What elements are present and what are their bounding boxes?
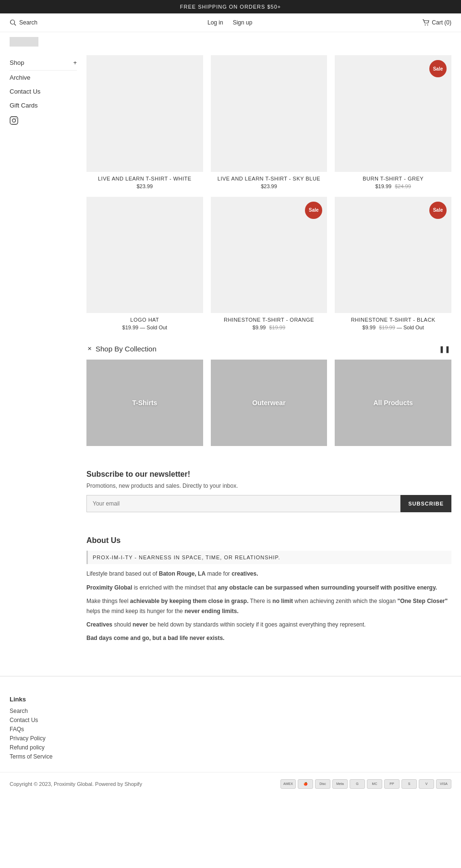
sidebar-shop-plus: + — [73, 59, 77, 66]
svg-line-1 — [14, 24, 16, 26]
search-label: Search — [19, 19, 37, 26]
cart-icon — [422, 19, 430, 26]
logo[interactable] — [10, 37, 38, 47]
collection-label: Outerwear — [252, 399, 285, 407]
collection-label: All Products — [373, 399, 412, 407]
cart-button[interactable]: Cart (0) — [422, 19, 451, 26]
product-card[interactable]: LIVE AND LEARN T-SHIRT - SKY BLUE $23.99 — [211, 55, 328, 189]
about-paragraph-1: Lifestyle brand based out of Baton Rouge… — [86, 569, 451, 579]
payment-discover: Disc — [315, 779, 330, 789]
sold-out-label: — Sold Out — [397, 325, 424, 330]
sidebar: Shop + Archive Contact Us Gift Cards — [10, 55, 86, 662]
product-card[interactable]: LOGO HAT $19.99 — Sold Out — [86, 197, 203, 331]
price-current: $9.99 — [363, 325, 376, 330]
newsletter-section: Subscribe to our newsletter! Promotions,… — [86, 460, 451, 531]
collection-card-all[interactable]: All Products — [335, 360, 451, 446]
header-nav: Log in Sign up — [207, 19, 252, 26]
about-paragraph-4: Creatives should never be held down by s… — [86, 620, 451, 629]
product-image: Sale — [335, 197, 451, 313]
product-price: $9.99 $19.99 — Sold Out — [335, 325, 451, 330]
sale-badge: Sale — [429, 202, 447, 219]
sale-badge: Sale — [305, 202, 322, 219]
search-icon — [10, 19, 16, 26]
newsletter-subtitle: Promotions, new products and sales. Dire… — [86, 482, 451, 489]
footer-link-faqs[interactable]: FAQs — [10, 726, 451, 733]
price-current: $23.99 — [137, 183, 153, 189]
footer-links-section: Links Search Contact Us FAQs Privacy Pol… — [0, 686, 461, 772]
price-current: $23.99 — [261, 183, 277, 189]
main-layout: Shop + Archive Contact Us Gift Cards LIV… — [0, 50, 461, 666]
subscribe-button[interactable]: SUBSCRIBE — [400, 495, 451, 512]
collection-icon: ✕ — [87, 346, 92, 352]
top-banner: FREE SHIPPING ON ORDERS $50+ — [0, 0, 461, 13]
payment-venmo: V — [419, 779, 434, 789]
price-current: $9.99 — [253, 325, 266, 330]
product-card[interactable]: Sale BURN T-SHIRT - GREY $19.99 $24.99 — [335, 55, 451, 189]
newsletter-title: Subscribe to our newsletter! — [86, 470, 451, 479]
product-name: RHINESTONE T-SHIRT - ORANGE — [211, 317, 328, 323]
login-link[interactable]: Log in — [207, 19, 223, 26]
product-section: LIVE AND LEARN T-SHIRT - WHITE $23.99 LI… — [86, 55, 451, 662]
price-old: $19.99 — [269, 325, 285, 330]
footer-link-privacy[interactable]: Privacy Policy — [10, 735, 451, 742]
product-image — [86, 55, 203, 172]
logo-area — [0, 32, 461, 50]
product-image — [86, 197, 203, 313]
product-name: BURN T-SHIRT - GREY — [335, 176, 451, 181]
search-area[interactable]: Search — [10, 19, 37, 26]
collection-title-text: Shop By Collection — [96, 345, 157, 353]
signup-link[interactable]: Sign up — [233, 19, 253, 26]
about-tagline: PROX-IM-I-TY - NEARNESS IN SPACE, TIME, … — [86, 551, 451, 564]
footer-links-title: Links — [10, 696, 451, 703]
price-old: $19.99 — [379, 325, 395, 330]
instagram-icon[interactable] — [10, 116, 77, 127]
product-price: $23.99 — [211, 183, 328, 189]
header: Search Log in Sign up Cart (0) — [0, 13, 461, 32]
payment-paypal: PP — [384, 779, 400, 789]
collection-pause-button[interactable]: ❚❚ — [439, 345, 450, 353]
product-price: $23.99 — [86, 183, 203, 189]
newsletter-form: SUBSCRIBE — [86, 495, 451, 512]
product-name: LIVE AND LEARN T-SHIRT - SKY BLUE — [211, 176, 328, 181]
price-current: $19.99 — [375, 183, 391, 189]
product-price: $19.99 — Sold Out — [86, 325, 203, 330]
copyright-text: Copyright © 2023, Proximity Global. Powe… — [10, 781, 142, 787]
product-image: Sale — [211, 197, 328, 313]
product-card[interactable]: Sale RHINESTONE T-SHIRT - ORANGE $9.99 $… — [211, 197, 328, 331]
collection-header: ✕ Shop By Collection ❚❚ — [86, 345, 451, 353]
svg-point-3 — [427, 24, 428, 25]
collection-section: ✕ Shop By Collection ❚❚ T-Shirts Outerwe… — [86, 345, 451, 446]
payment-icons: AMEX 🍎 Disc Meta G MC PP S V VISA — [280, 779, 451, 789]
collection-grid: T-Shirts Outerwear All Products — [86, 360, 451, 446]
footer-link-search[interactable]: Search — [10, 708, 451, 714]
collection-title: ✕ Shop By Collection — [87, 345, 157, 353]
footer-link-contact[interactable]: Contact Us — [10, 717, 451, 723]
price-current: $19.99 — [122, 325, 139, 330]
collection-card-tshirts[interactable]: T-Shirts — [86, 360, 203, 446]
about-paragraph-5: Bad days come and go, but a bad life nev… — [86, 633, 451, 643]
collection-card-outerwear[interactable]: Outerwear — [211, 360, 328, 446]
sidebar-item-archive[interactable]: Archive — [10, 71, 77, 84]
footer-divider — [0, 676, 461, 676]
product-card[interactable]: Sale RHINESTONE T-SHIRT - BLACK $9.99 $1… — [335, 197, 451, 331]
payment-apple: 🍎 — [298, 779, 313, 789]
sold-out-label: — Sold Out — [140, 325, 167, 330]
product-card[interactable]: LIVE AND LEARN T-SHIRT - WHITE $23.99 — [86, 55, 203, 189]
product-name: LIVE AND LEARN T-SHIRT - WHITE — [86, 176, 203, 181]
sidebar-item-shop[interactable]: Shop + — [10, 55, 77, 71]
svg-rect-4 — [10, 117, 18, 124]
banner-text: FREE SHIPPING ON ORDERS $50+ — [180, 4, 281, 10]
product-name: RHINESTONE T-SHIRT - BLACK — [335, 317, 451, 323]
payment-meta: Meta — [332, 779, 348, 789]
sidebar-shop-label: Shop — [10, 59, 24, 66]
newsletter-email-input[interactable] — [86, 495, 400, 512]
sale-badge: Sale — [429, 60, 447, 77]
footer-link-terms[interactable]: Terms of Service — [10, 753, 451, 760]
collection-label: T-Shirts — [132, 399, 157, 407]
price-old: $24.99 — [395, 183, 411, 189]
svg-point-2 — [425, 24, 426, 25]
footer-link-refund[interactable]: Refund policy — [10, 744, 451, 751]
footer-bottom: Copyright © 2023, Proximity Global. Powe… — [0, 772, 461, 796]
sidebar-item-contact[interactable]: Contact Us — [10, 84, 77, 98]
sidebar-item-giftcards[interactable]: Gift Cards — [10, 98, 77, 112]
